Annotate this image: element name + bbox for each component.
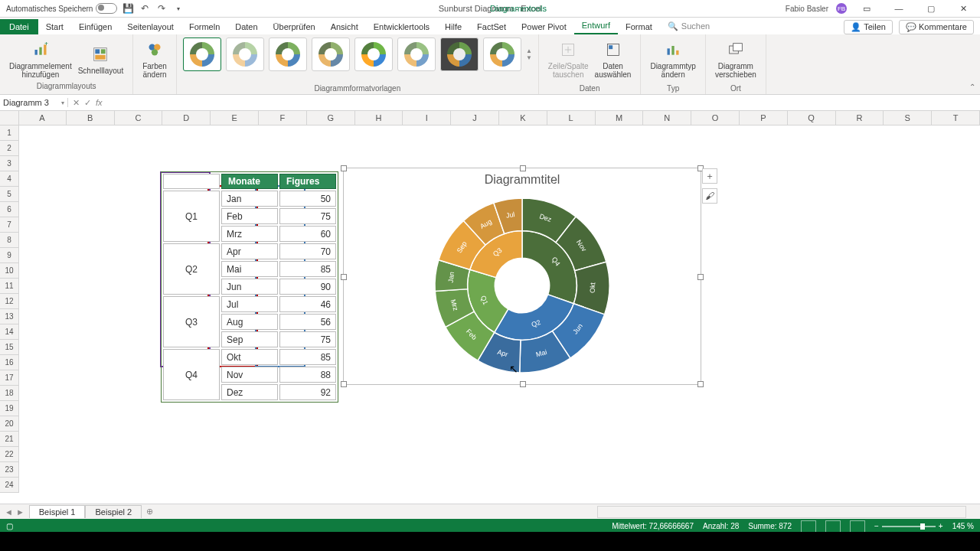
table-cell-month[interactable]: Sep xyxy=(221,331,278,347)
tab-format[interactable]: Format xyxy=(618,19,660,34)
undo-icon[interactable]: ↶ xyxy=(139,2,151,15)
row-header-10[interactable]: 10 xyxy=(0,263,18,279)
row-header-6[interactable]: 6 xyxy=(0,202,18,217)
select-data-button[interactable]: Daten auswählen xyxy=(592,37,635,80)
search-box[interactable]: 🔍 Suchen xyxy=(660,18,717,34)
add-chart-element-button[interactable]: + Diagrammelement hinzufügen xyxy=(6,37,75,80)
tab-view[interactable]: Ansicht xyxy=(323,19,366,34)
sheet-tab-2[interactable]: Beispiel 2 xyxy=(85,505,142,518)
table-cell-value[interactable]: 75 xyxy=(279,331,336,347)
chart-handle-n[interactable] xyxy=(520,165,526,171)
qat-customize-icon[interactable]: ▾ xyxy=(172,2,185,15)
row-header-3[interactable]: 3 xyxy=(0,156,18,171)
chart-style-8[interactable] xyxy=(483,37,521,71)
change-colors-button[interactable]: Farben ändern xyxy=(139,37,170,80)
chart-style-2[interactable] xyxy=(226,37,264,71)
autosave-toggle[interactable]: Automatisches Speichern xyxy=(6,3,117,14)
row-header-9[interactable]: 9 xyxy=(0,248,18,263)
table-cell-value[interactable]: 50 xyxy=(279,191,336,207)
chart-styles-gallery[interactable]: ▲▼ xyxy=(183,37,532,71)
chart-handle-w[interactable] xyxy=(341,274,347,280)
table-cell-month[interactable]: Dez xyxy=(221,384,278,400)
column-headers[interactable]: ABCDEFGHIJKLMNOPQRST xyxy=(18,111,980,126)
sheet-tab-active[interactable]: Beispiel 1 xyxy=(29,505,86,518)
row-header-22[interactable]: 22 xyxy=(0,447,18,462)
row-header-12[interactable]: 12 xyxy=(0,294,18,309)
close-icon[interactable]: ✕ xyxy=(951,1,975,16)
name-box[interactable]: Diagramm 3 ▾ xyxy=(0,98,68,107)
data-table[interactable]: Monate Figures Q1Jan50Feb75Mrz60Q2Apr70M… xyxy=(161,171,338,403)
zoom-slider[interactable]: − + xyxy=(874,522,943,530)
row-header-15[interactable]: 15 xyxy=(0,340,18,355)
table-cell-value[interactable]: 92 xyxy=(279,384,336,400)
col-header-C[interactable]: C xyxy=(115,111,163,125)
chart-handle-se[interactable] xyxy=(697,381,704,387)
sunburst-chart[interactable]: Q4DezNovOktQ2JunMaiAprQ1FebMrzJanQ3SepAu… xyxy=(431,194,613,377)
col-header-J[interactable]: J xyxy=(451,111,499,125)
table-cell-month[interactable]: Okt xyxy=(221,349,278,365)
chart-handle-e[interactable] xyxy=(697,274,704,280)
row-header-23[interactable]: 23 xyxy=(0,462,18,478)
table-cell-month[interactable]: Jul xyxy=(221,296,278,312)
col-header-N[interactable]: N xyxy=(643,111,691,125)
col-header-T[interactable]: T xyxy=(932,111,980,125)
collapse-ribbon-icon[interactable]: ⌃ xyxy=(969,83,975,91)
row-header-5[interactable]: 5 xyxy=(0,187,18,202)
table-cell-quarter[interactable]: Q4 xyxy=(163,349,220,400)
toggle-off-icon[interactable] xyxy=(96,3,117,14)
table-cell-month[interactable]: Nov xyxy=(221,367,278,383)
col-header-Q[interactable]: Q xyxy=(788,111,836,125)
save-icon[interactable]: 💾 xyxy=(122,2,134,15)
tab-file[interactable]: Datei xyxy=(0,19,38,34)
col-header-L[interactable]: L xyxy=(547,111,596,125)
row-header-4[interactable]: 4 xyxy=(0,171,18,187)
chart-styles-button[interactable]: 🖌 xyxy=(702,188,717,204)
chart-title[interactable]: Diagrammtitel xyxy=(344,173,701,187)
horizontal-scrollbar[interactable] xyxy=(597,506,966,518)
zoom-out-icon[interactable]: − xyxy=(874,522,879,530)
row-header-2[interactable]: 2 xyxy=(0,141,18,156)
row-header-1[interactable]: 1 xyxy=(0,126,18,141)
chart-handle-s[interactable] xyxy=(520,381,526,387)
col-header-F[interactable]: F xyxy=(259,111,307,125)
table-cell-month[interactable]: Jan xyxy=(221,191,278,207)
table-cell-value[interactable]: 60 xyxy=(279,226,336,242)
table-cell-month[interactable]: Mrz xyxy=(221,226,278,242)
table-cell-month[interactable]: Feb xyxy=(221,208,278,224)
chart-style-5[interactable] xyxy=(354,37,393,71)
row-header-16[interactable]: 16 xyxy=(0,355,18,370)
col-header-E[interactable]: E xyxy=(211,111,259,125)
col-header-A[interactable]: A xyxy=(18,111,67,125)
row-header-19[interactable]: 19 xyxy=(0,401,18,416)
change-chart-type-button[interactable]: Diagrammtyp ändern xyxy=(647,37,698,80)
styles-more-icon[interactable]: ▲▼ xyxy=(526,37,532,71)
minimize-icon[interactable]: — xyxy=(887,1,911,16)
view-normal-icon[interactable] xyxy=(801,520,816,533)
table-cell-value[interactable]: 85 xyxy=(279,349,336,365)
row-header-20[interactable]: 20 xyxy=(0,416,18,432)
table-cell-value[interactable]: 70 xyxy=(279,243,336,259)
cancel-formula-icon[interactable]: ✕ xyxy=(73,98,80,108)
col-header-P[interactable]: P xyxy=(740,111,788,125)
enter-formula-icon[interactable]: ✓ xyxy=(84,98,91,108)
tab-data[interactable]: Daten xyxy=(227,19,265,34)
col-header-M[interactable]: M xyxy=(596,111,644,125)
name-box-dropdown-icon[interactable]: ▾ xyxy=(61,99,64,106)
table-cell-value[interactable]: 75 xyxy=(279,208,336,224)
select-all-triangle[interactable] xyxy=(0,111,19,126)
table-cell-month[interactable]: Mai xyxy=(221,261,278,277)
chart-style-6[interactable] xyxy=(397,37,436,71)
comments-button[interactable]: 💬 Kommentare xyxy=(899,20,974,34)
chart-elements-button[interactable]: ＋ xyxy=(702,168,717,184)
row-header-8[interactable]: 8 xyxy=(0,233,18,248)
table-cell-value[interactable]: 56 xyxy=(279,314,336,330)
row-header-7[interactable]: 7 xyxy=(0,217,18,233)
tab-insert[interactable]: Einfügen xyxy=(71,19,119,34)
record-macro-icon[interactable]: ▢ xyxy=(0,522,13,530)
row-headers[interactable]: 123456789101112131415161718192021222324 xyxy=(0,126,19,493)
col-header-B[interactable]: B xyxy=(67,111,115,125)
table-cell-month[interactable]: Aug xyxy=(221,314,278,330)
col-header-R[interactable]: R xyxy=(836,111,884,125)
new-sheet-icon[interactable]: ⊕ xyxy=(142,505,158,518)
row-header-17[interactable]: 17 xyxy=(0,370,18,386)
